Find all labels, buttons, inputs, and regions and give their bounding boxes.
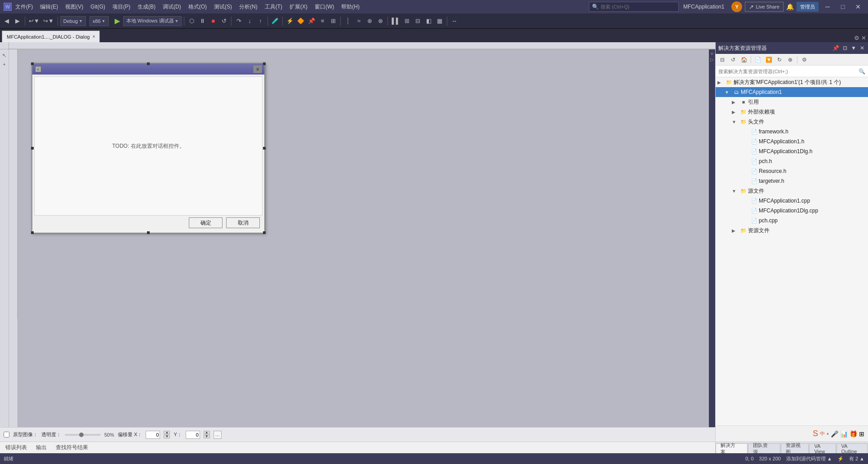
sol-tree-pch-cpp[interactable]: ▶ 📄 pch.cpp (716, 216, 868, 225)
ime-sougou-icon[interactable]: S (813, 429, 818, 438)
resize-handle-topleft[interactable] (31, 62, 34, 65)
redo-split-button[interactable]: ↪▼ (42, 15, 55, 27)
sol-tree-mfcapp1dlg-h[interactable]: ▶ 📄 MFCApplication1Dlg.h (716, 146, 868, 156)
run-button[interactable]: ▶ (112, 15, 122, 27)
sol-settings[interactable]: ⚙ (799, 55, 809, 65)
proto-x-up[interactable]: ▲ (164, 431, 170, 434)
tab-settings-icon[interactable]: ⚙ (854, 35, 859, 41)
status-notification[interactable]: ⚡ (837, 456, 844, 462)
menu-extensions[interactable]: 扩展(X) (286, 0, 311, 13)
menu-edit[interactable]: 编辑(E) (36, 0, 62, 13)
platform-dropdown[interactable]: x86 ▼ (89, 16, 109, 26)
notifications-icon[interactable]: 🔔 (786, 3, 794, 10)
menu-project[interactable]: 项目(P) (109, 0, 134, 13)
sol-tree-resource-h[interactable]: ▶ 📄 Resource.h (716, 166, 868, 176)
debug-config-dropdown[interactable]: Debug ▼ (60, 16, 86, 26)
toolbar-extra-8[interactable]: ⊕ (365, 15, 374, 27)
tab-close-right-icon[interactable]: ✕ (861, 35, 866, 41)
dialog-preview[interactable]: ▪ ✕ TODO: 在此放置对话框控件。 确定 (31, 63, 265, 234)
toolbar-extra-11[interactable]: ⊞ (402, 15, 412, 27)
sol-tree-mfcapp1dlg-cpp[interactable]: ▶ 📄 MFCApplication1Dlg.cpp (716, 206, 868, 216)
run-config-dropdown[interactable]: 本地 Windows 调试器 ▼ (123, 16, 182, 26)
sol-tree-mfcapp1[interactable]: ▼ 🗂 MFCApplication1 (716, 87, 868, 97)
close-button[interactable]: ✕ (852, 0, 864, 13)
canvas-scroll-area[interactable]: ▪ ✕ TODO: 在此放置对话框控件。 确定 (18, 49, 709, 427)
break-all-button[interactable]: ⏸ (197, 15, 207, 27)
side-strip-btn-2[interactable]: ▷ (710, 57, 714, 62)
sol-pin-button[interactable]: 📌 (832, 45, 840, 51)
menu-file[interactable]: 文件(F) (12, 0, 36, 13)
status-extra[interactable]: 有 2 ▲ (849, 455, 864, 462)
proto-more-button[interactable]: … (214, 431, 222, 439)
search-box[interactable]: 🔍 (589, 2, 679, 12)
bottom-tab-output[interactable]: 输出 (34, 443, 49, 452)
stop-button[interactable]: ■ (208, 15, 218, 27)
bottom-tab-errors[interactable]: 错误列表 (4, 443, 29, 452)
sol-tree-headers[interactable]: ▼ 📁 头文件 (716, 117, 868, 127)
menu-window[interactable]: 窗口(W) (311, 0, 338, 13)
sol-tree-mfcapp1-cpp[interactable]: ▶ 📄 MFCApplication1.cpp (716, 196, 868, 206)
sol-tab-va-view[interactable]: VA View (809, 443, 836, 453)
resize-handle-midright[interactable] (263, 147, 266, 150)
sol-unpin-button[interactable]: ⊡ (842, 45, 848, 51)
dialog-cancel-button[interactable]: 取消 (226, 217, 260, 228)
toolbar-extra-15[interactable]: ↔ (450, 15, 459, 27)
tab-dialog[interactable]: MFCApplication1...._DIALOG - Dialog × (2, 31, 100, 42)
toolbar-extra-14[interactable]: ▦ (435, 15, 445, 27)
side-strip-btn-1[interactable]: ≡ (711, 51, 713, 56)
sol-filter[interactable]: 🔽 (764, 55, 774, 65)
toolbar-extra-7[interactable]: ≈ (354, 15, 364, 27)
sol-search-input[interactable] (718, 69, 857, 74)
sol-collapse-all[interactable]: ⊟ (717, 55, 727, 65)
toolbar-extra-12[interactable]: ⊟ (413, 15, 423, 27)
menu-tools[interactable]: 工具(T) (261, 0, 286, 13)
menu-help[interactable]: 帮助(H) (338, 0, 363, 13)
menu-build[interactable]: 生成(B) (134, 0, 159, 13)
tab-close-icon[interactable]: × (93, 34, 95, 39)
sol-tree-framework-h[interactable]: ▶ 📄 framework.h (716, 127, 868, 137)
manage-button[interactable]: 管理员 (797, 2, 819, 12)
sol-show-files[interactable]: 📄 (753, 55, 763, 65)
back-button[interactable]: ◀ (2, 15, 12, 27)
bottom-tab-find-symbol[interactable]: 查找符号结果 (54, 443, 90, 452)
sol-tree[interactable]: ▶ 📁 解决方案'MFCApplication1'(1 个项目/共 1 个) ▼… (716, 77, 868, 425)
ime-zh-indicator[interactable]: 中 (820, 430, 825, 437)
dialog-window-close-button[interactable]: ✕ (254, 66, 262, 73)
toolbar-extra-13[interactable]: ◧ (424, 15, 434, 27)
restart-button[interactable]: ↺ (219, 15, 229, 27)
sol-tab-va-outline[interactable]: VA Outline (837, 443, 868, 453)
status-add-to-source[interactable]: 添加到源代码管理 ▲ (786, 455, 832, 462)
toolbar-extra-4[interactable]: ≡ (317, 15, 327, 27)
ime-mic-icon[interactable]: 🎤 (831, 430, 838, 437)
attach-process-button[interactable]: ⬡ (187, 15, 196, 27)
sol-tab-resource-view[interactable]: 资源视图 (781, 443, 809, 453)
sol-tree-solution[interactable]: ▶ 📁 解决方案'MFCApplication1'(1 个项目/共 1 个) (716, 77, 868, 87)
sol-menu-button[interactable]: ▼ (850, 45, 857, 51)
live-share-button[interactable]: ↗ Live Share (745, 2, 783, 12)
menu-analyze[interactable]: 分析(N) (236, 0, 261, 13)
sol-add[interactable]: ⊕ (785, 55, 795, 65)
sol-refresh2[interactable]: ↻ (775, 55, 784, 65)
proto-offset-x-stepper[interactable]: ▲ ▼ (164, 431, 170, 438)
proto-image-checkbox[interactable] (4, 432, 9, 437)
sol-tree-extdeps[interactable]: ▶ 📁 外部依赖项 (716, 107, 868, 117)
toolbar-extra-3[interactable]: 📌 (307, 15, 316, 27)
step-over-button[interactable]: ↷ (234, 15, 244, 27)
sol-tree-mfcapp1-h[interactable]: ▶ 📄 MFCApplication1.h (716, 137, 868, 146)
crosshair-tool[interactable]: + (0, 60, 9, 68)
forward-button[interactable]: ▶ (13, 15, 22, 27)
toolbar-extra-9[interactable]: ⊗ (375, 15, 385, 27)
live-unit-testing-button[interactable]: 🧪 (270, 15, 280, 27)
resize-handle-topmid[interactable] (147, 62, 150, 65)
search-input[interactable] (601, 4, 663, 9)
proto-offset-y-stepper[interactable]: ▲ ▼ (204, 431, 210, 438)
proto-offset-y-input[interactable] (186, 431, 200, 439)
resize-handle-midleft[interactable] (31, 147, 34, 150)
resize-handle-botmid[interactable] (147, 231, 150, 234)
toolbar-extra-2[interactable]: 🔶 (296, 15, 306, 27)
undo-split-button[interactable]: ↩▼ (27, 15, 41, 27)
step-out-button[interactable]: ↑ (255, 15, 265, 27)
proto-y-up[interactable]: ▲ (204, 431, 210, 434)
sol-home[interactable]: 🏠 (739, 55, 749, 65)
pointer-tool[interactable]: ↖ (0, 51, 9, 59)
